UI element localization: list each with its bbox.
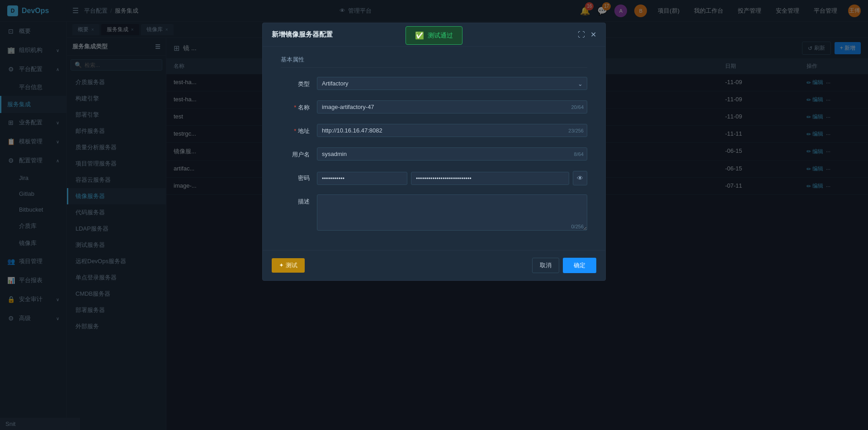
footer-left: ✦ 测试: [272, 258, 305, 273]
desc-control: 0/256: [317, 194, 587, 232]
address-control: 23/256: [317, 124, 587, 137]
form-row-username: 用户名 8/64: [281, 147, 587, 162]
confirm-label: 确定: [574, 262, 585, 269]
modal-body: 基本属性 类型 Artifactory 名称 20/64: [263, 47, 605, 250]
form-row-name: 名称 20/64: [281, 100, 587, 115]
password-input[interactable]: [317, 172, 407, 185]
modal-header-actions: ⛶ ✕: [578, 30, 596, 39]
test-button[interactable]: ✦ 测试: [272, 258, 305, 273]
type-label: 类型: [281, 77, 317, 91]
form-row-address: 地址 23/256: [281, 124, 587, 138]
form-row-password: 密码 👁: [281, 171, 587, 185]
eye-toggle-button[interactable]: 👁: [573, 171, 587, 185]
modal-overlay[interactable]: 新增镜像服务器配置 ⛶ ✕ 基本属性 类型 Artifactory: [0, 0, 868, 430]
modal-section-title: 基本属性: [281, 56, 587, 68]
modal-footer: ✦ 测试 取消 确定: [263, 250, 605, 280]
cancel-button[interactable]: 取消: [532, 258, 559, 273]
password-confirm-input[interactable]: [411, 172, 569, 185]
name-label: 名称: [281, 100, 317, 115]
password-control: 👁: [317, 171, 587, 185]
toast: ✅ 测试通过: [406, 26, 462, 45]
desc-label: 描述: [281, 194, 317, 209]
toast-icon: ✅: [415, 31, 424, 40]
toast-message: 测试通过: [428, 32, 453, 40]
username-control: 8/64: [317, 147, 587, 161]
type-select-wrapper: Artifactory: [317, 77, 587, 90]
modal: 新增镜像服务器配置 ⛶ ✕ 基本属性 类型 Artifactory: [262, 23, 606, 281]
password-row: 👁: [317, 171, 587, 185]
modal-expand-icon[interactable]: ⛶: [578, 31, 585, 39]
form-row-desc: 描述 0/256: [281, 194, 587, 232]
username-label: 用户名: [281, 147, 317, 162]
address-input[interactable]: [317, 124, 587, 137]
footer-right: 取消 确定: [532, 258, 596, 273]
address-label: 地址: [281, 124, 317, 138]
desc-char-count: 0/256: [571, 224, 584, 229]
password-label: 密码: [281, 171, 317, 185]
type-control: Artifactory: [317, 77, 587, 90]
form-row-type: 类型 Artifactory: [281, 77, 587, 91]
cancel-label: 取消: [540, 262, 552, 269]
username-input[interactable]: [317, 147, 587, 161]
type-select[interactable]: Artifactory: [317, 77, 587, 90]
name-control: 20/64: [317, 100, 587, 113]
desc-textarea[interactable]: [317, 194, 587, 231]
confirm-button[interactable]: 确定: [563, 258, 596, 273]
name-input[interactable]: [317, 100, 587, 113]
modal-close-icon[interactable]: ✕: [590, 30, 596, 39]
test-button-label: ✦ 测试: [279, 261, 297, 269]
modal-title: 新增镜像服务器配置: [272, 30, 333, 39]
eye-icon: 👁: [577, 175, 583, 182]
